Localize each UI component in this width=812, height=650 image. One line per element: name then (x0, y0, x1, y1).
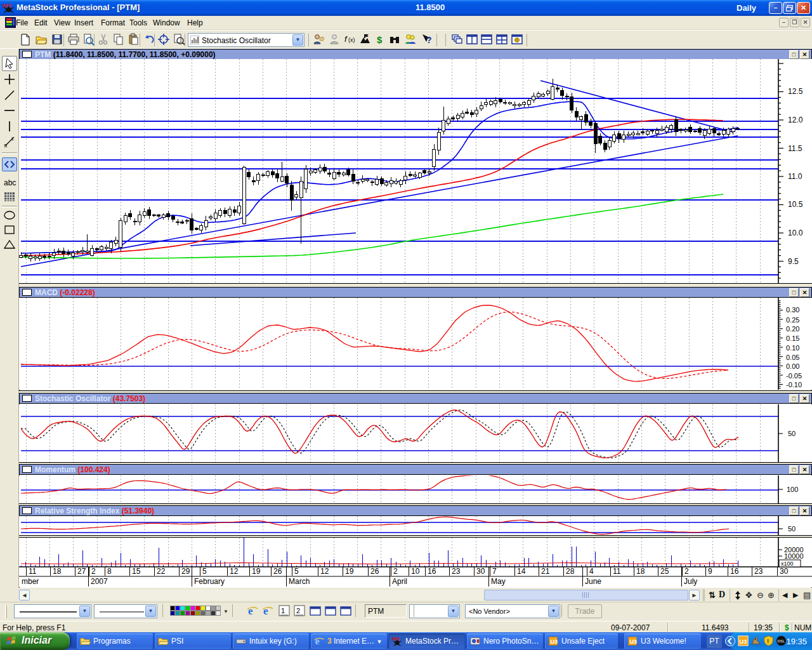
svg-text:100: 100 (787, 486, 798, 493)
svg-text:4: 4 (589, 567, 594, 576)
svg-text:27: 27 (77, 567, 86, 576)
svg-text:10.5: 10.5 (788, 200, 803, 209)
svg-text:2: 2 (91, 567, 96, 576)
svg-text:29: 29 (181, 567, 190, 576)
svg-text:f: f (344, 34, 348, 44)
svg-text:-0.10: -0.10 (786, 381, 802, 388)
svg-text:0.20: 0.20 (786, 325, 799, 333)
svg-text:-0.05: -0.05 (786, 372, 802, 380)
svg-text:7: 7 (492, 567, 497, 576)
svg-text:14: 14 (517, 567, 526, 576)
svg-text:e: e (315, 635, 320, 646)
svg-text:9: 9 (708, 567, 712, 576)
svg-text:26: 26 (273, 567, 282, 576)
svg-text:10.0: 10.0 (788, 229, 803, 237)
svg-text:12.5: 12.5 (788, 87, 803, 96)
svg-text:18: 18 (53, 567, 62, 576)
svg-text:mber: mber (22, 577, 39, 586)
svg-text:25: 25 (660, 567, 669, 576)
svg-text:11: 11 (613, 567, 621, 576)
svg-text:$: $ (377, 34, 383, 45)
svg-text:22: 22 (157, 567, 166, 576)
svg-text:8: 8 (107, 567, 112, 576)
svg-text:June: June (585, 577, 601, 586)
svg-text:12: 12 (230, 567, 239, 576)
svg-text:11: 11 (29, 567, 37, 576)
svg-text:0.30: 0.30 (786, 306, 799, 314)
svg-text:11.0: 11.0 (788, 172, 802, 181)
svg-text:16: 16 (428, 567, 436, 576)
svg-text:5: 5 (202, 567, 207, 576)
svg-text:?: ? (426, 35, 432, 45)
svg-text:February: February (194, 577, 225, 586)
svg-text:abc: abc (4, 178, 16, 187)
svg-text:0.05: 0.05 (786, 354, 799, 361)
svg-text:16: 16 (730, 567, 739, 576)
svg-text:!: ! (767, 638, 769, 644)
svg-text:April: April (392, 577, 407, 586)
svg-text:19: 19 (345, 567, 354, 576)
svg-text:5: 5 (294, 567, 299, 576)
svg-text:U3: U3 (630, 639, 638, 645)
svg-text:10000: 10000 (784, 552, 804, 560)
svg-text:9.5: 9.5 (788, 257, 799, 266)
svg-text:x100: x100 (781, 560, 794, 567)
svg-text:18: 18 (636, 567, 645, 576)
svg-text:21: 21 (541, 567, 550, 576)
svg-text:15: 15 (132, 567, 141, 576)
svg-text:0.10: 0.10 (786, 344, 799, 352)
svg-text:2007: 2007 (91, 577, 108, 586)
svg-text:May: May (491, 577, 506, 586)
svg-text:@: @ (319, 36, 325, 42)
svg-text:1: 1 (281, 607, 285, 614)
svg-text:March: March (289, 577, 310, 586)
svg-text:e: e (248, 605, 253, 617)
svg-text:26: 26 (370, 567, 379, 576)
svg-text:2: 2 (684, 567, 689, 576)
svg-text:0.00: 0.00 (786, 362, 799, 370)
svg-text:30: 30 (476, 567, 485, 576)
svg-text:e: e (263, 605, 268, 617)
svg-text:2: 2 (393, 567, 398, 576)
svg-text:23: 23 (754, 567, 763, 576)
svg-text:30: 30 (780, 567, 789, 576)
svg-text:0.15: 0.15 (786, 335, 799, 342)
svg-text:DSL: DSL (778, 639, 785, 643)
svg-text:19: 19 (252, 567, 261, 576)
svg-text:L: L (11, 136, 15, 142)
svg-text:10: 10 (411, 567, 420, 576)
svg-text:11.5: 11.5 (788, 144, 802, 153)
svg-text:2: 2 (296, 607, 300, 614)
svg-text:50: 50 (788, 430, 796, 437)
svg-text:12.0: 12.0 (788, 116, 803, 124)
svg-text:(x): (x) (348, 37, 355, 43)
svg-text:28: 28 (566, 567, 575, 576)
svg-text:23: 23 (452, 567, 461, 576)
svg-text:50: 50 (788, 525, 796, 533)
svg-text:U3: U3 (740, 639, 747, 645)
svg-text:July: July (684, 577, 697, 586)
svg-text:U3: U3 (551, 639, 558, 645)
svg-text:12: 12 (320, 567, 329, 576)
svg-text:0.25: 0.25 (786, 316, 799, 324)
svg-text:S: S (4, 143, 7, 149)
